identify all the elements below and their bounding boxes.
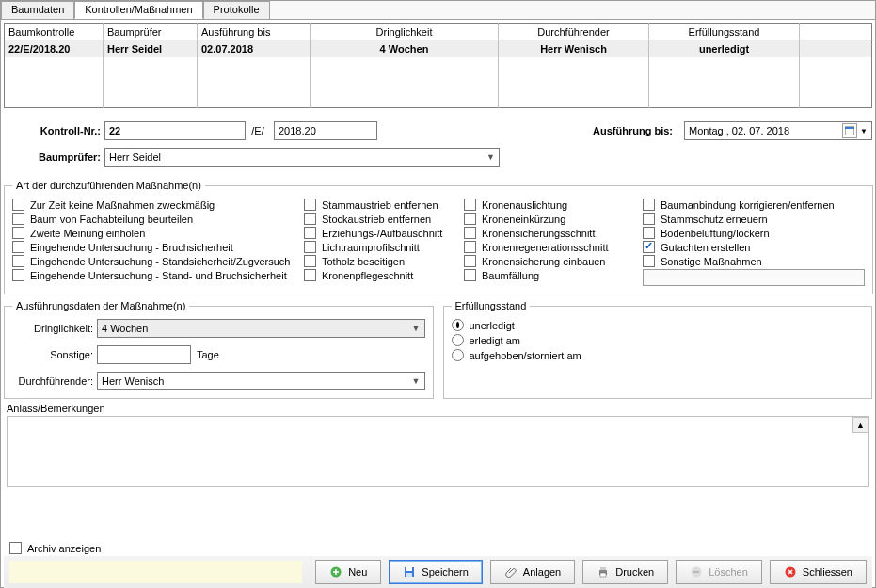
ausfuehrung-bis-label: Ausführung bis: (593, 125, 677, 136)
checkbox[interactable] (304, 227, 316, 239)
baumpruefer-select[interactable]: Herr Seidel ▼ (104, 148, 500, 167)
col-ausfuehrung-bis[interactable]: Ausführung bis (198, 24, 311, 40)
sonstige-massnahmen-input[interactable] (643, 269, 865, 286)
remarks-textarea[interactable]: ▲ (7, 416, 869, 487)
checkbox[interactable] (643, 241, 655, 253)
measure-checkbox-row[interactable]: Erziehungs-/Aufbauschnitt (304, 227, 454, 239)
radio-aufgehoben[interactable] (452, 349, 464, 361)
svg-rect-7 (600, 567, 606, 570)
svg-rect-4 (406, 567, 412, 571)
measure-checkbox-row[interactable]: Lichtraumprofilschnitt (304, 241, 454, 253)
table-row[interactable] (5, 91, 872, 108)
archive-checkbox[interactable] (9, 542, 22, 554)
new-button[interactable]: Neu (315, 560, 381, 584)
dringlichkeit-select[interactable]: 4 Wochen ▼ (97, 319, 425, 338)
measure-checkbox-row[interactable]: Stammschutz erneuern (643, 213, 865, 225)
checkbox[interactable] (304, 199, 316, 211)
close-icon (784, 565, 797, 579)
ausfuehrungsdaten-legend: Ausführungsdaten der Maßnahme(n) (12, 300, 189, 311)
print-button-label: Drucken (615, 566, 654, 578)
table-row[interactable]: 22/E/2018.20 Herr Seidel 02.07.2018 4 Wo… (5, 40, 872, 57)
measure-checkbox-row[interactable]: Eingehende Untersuchung - Standsicherhei… (12, 255, 295, 267)
measure-checkbox-row[interactable]: Totholz beseitigen (304, 255, 454, 267)
kontroll-nr-mid: /E/ (246, 125, 274, 136)
checkbox[interactable] (304, 213, 316, 225)
checkbox[interactable] (643, 255, 655, 267)
measure-checkbox-row[interactable]: Bodenbelüftung/lockern (643, 227, 865, 239)
delete-button[interactable]: Löschen (676, 560, 762, 584)
checkbox-label: Gutachten erstellen (661, 242, 750, 253)
tab-kontrollen[interactable]: Kontrollen/Maßnahmen (74, 1, 202, 19)
chevron-down-icon: ▼ (486, 152, 495, 162)
checkbox[interactable] (12, 241, 24, 253)
measure-checkbox-row[interactable]: Kronenauslichtung (464, 199, 633, 211)
table-row[interactable] (5, 74, 872, 91)
col-erfuellungsstand[interactable]: Erfüllungsstand (649, 24, 800, 40)
date-value: Montag , 02. 07. 2018 (689, 125, 789, 136)
measure-checkbox-row[interactable]: Eingehende Untersuchung - Stand- und Bru… (12, 269, 295, 281)
checkbox[interactable] (12, 269, 24, 281)
checkbox[interactable] (464, 227, 476, 239)
date-input[interactable]: Montag , 02. 07. 2018 ▼ (684, 121, 872, 140)
cell-baumkontrolle: 22/E/2018.20 (5, 40, 104, 57)
measure-checkbox-row[interactable]: Zweite Meinung einholen (12, 227, 295, 239)
checkbox[interactable] (12, 227, 24, 239)
measure-checkbox-row[interactable]: Zur Zeit keine Maßnahmen zweckmäßig (12, 199, 295, 211)
checkbox[interactable] (464, 213, 476, 225)
erfuellungsstand-legend: Erfüllungsstand (452, 300, 531, 311)
massnahmen-legend: Art der durchzuführenden Maßnahme(n) (12, 180, 205, 191)
save-button[interactable]: Speichern (389, 560, 483, 584)
checkbox-label: Kroneneinkürzung (482, 214, 565, 225)
measure-checkbox-row[interactable]: Sonstige Maßnahmen (643, 255, 865, 267)
checkbox[interactable] (464, 255, 476, 267)
checkbox[interactable] (464, 241, 476, 253)
radio-unerledigt[interactable] (452, 319, 464, 331)
scroll-up-icon[interactable]: ▲ (852, 417, 868, 433)
measure-checkbox-row[interactable]: Kronensicherungsschnitt (464, 227, 633, 239)
checkbox[interactable] (12, 213, 24, 225)
radio-erledigt[interactable] (452, 334, 464, 346)
print-button[interactable]: Drucken (582, 560, 668, 584)
col-baumkontrolle[interactable]: Baumkontrolle (5, 24, 104, 40)
measure-checkbox-row[interactable]: Stammaustrieb entfernen (304, 199, 454, 211)
kontroll-year-input[interactable] (274, 121, 377, 140)
checkbox[interactable] (12, 199, 24, 211)
tab-protokolle[interactable]: Protokolle (203, 1, 270, 19)
kontroll-nr-input[interactable] (104, 121, 246, 140)
measure-checkbox-row[interactable]: Gutachten erstellen (643, 241, 865, 253)
checkbox[interactable] (304, 269, 316, 281)
checkbox[interactable] (464, 269, 476, 281)
col-baumpruefer[interactable]: Baumprüfer (104, 24, 198, 40)
measure-checkbox-row[interactable]: Kronenpflegeschnitt (304, 269, 454, 281)
measure-checkbox-row[interactable]: Stockaustrieb entfernen (304, 213, 454, 225)
calendar-icon[interactable] (842, 123, 857, 138)
dringlichkeit-label: Dringlichkeit: (12, 323, 97, 334)
checkbox[interactable] (464, 199, 476, 211)
measure-checkbox-row[interactable]: Baumfällung (464, 269, 633, 281)
measure-checkbox-row[interactable]: Eingehende Untersuchung - Bruchsicherhei… (12, 241, 295, 253)
checkbox[interactable] (643, 227, 655, 239)
tab-baumdaten[interactable]: Baumdaten (1, 1, 74, 19)
checkbox[interactable] (304, 255, 316, 267)
checkbox[interactable] (643, 213, 655, 225)
col-dringlichkeit[interactable]: Dringlichkeit (311, 24, 499, 40)
checkbox[interactable] (12, 255, 24, 267)
measure-checkbox-row[interactable]: Baum von Fachabteilung beurteilen (12, 213, 295, 225)
checkbox-label: Stammaustrieb entfernen (322, 199, 438, 211)
durchfuehrender-select[interactable]: Herr Wenisch ▼ (97, 372, 425, 390)
cell-baumpruefer: Herr Seidel (104, 40, 198, 57)
checkbox[interactable] (643, 199, 655, 211)
controls-table[interactable]: Baumkontrolle Baumprüfer Ausführung bis … (4, 23, 872, 108)
checkbox[interactable] (304, 241, 316, 253)
checkbox-label: Eingehende Untersuchung - Standsicherhei… (30, 256, 290, 267)
measure-checkbox-row[interactable]: Kroneneinkürzung (464, 213, 633, 225)
close-button[interactable]: Schliessen (770, 560, 867, 584)
col-durchfuehrender[interactable]: Durchführender (499, 24, 649, 40)
attachments-button[interactable]: Anlagen (490, 560, 575, 584)
chevron-down-icon[interactable]: ▼ (860, 127, 868, 135)
table-row[interactable] (5, 57, 872, 74)
measure-checkbox-row[interactable]: Kronensicherung einbauen (464, 255, 633, 267)
measure-checkbox-row[interactable]: Kronenregenerationsschnitt (464, 241, 633, 253)
sonstige-input[interactable] (97, 345, 191, 364)
measure-checkbox-row[interactable]: Baumanbindung korrigieren/entfernen (643, 199, 865, 211)
